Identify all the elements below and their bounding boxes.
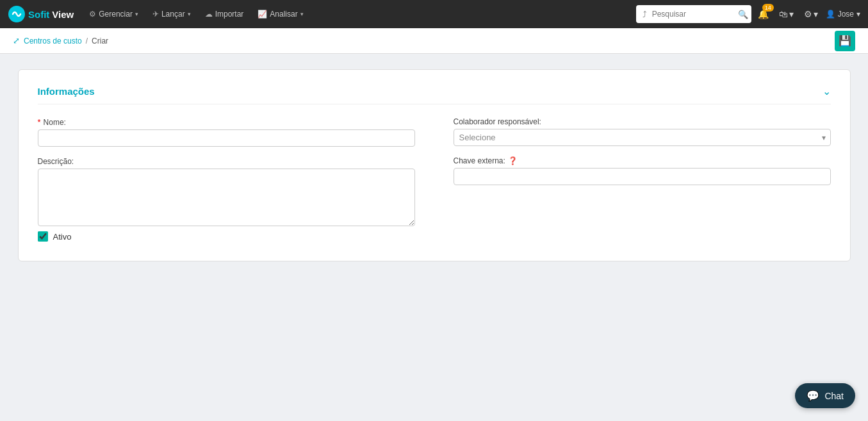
share-icon[interactable]: ⤴ <box>640 7 650 22</box>
brand-logo[interactable]: Sofit View <box>8 5 74 23</box>
chave-externa-label: Chave externa: ❓ <box>454 156 831 165</box>
descricao-input[interactable] <box>38 169 415 226</box>
nav-analisar-label: Analisar <box>270 10 297 19</box>
nome-required: * <box>38 117 41 127</box>
breadcrumb-parent-link[interactable]: Centros de custo <box>24 37 82 45</box>
importar-icon: ☁ <box>205 10 213 19</box>
colaborador-select[interactable]: Selecione <box>454 129 831 146</box>
search-box: ⤴ 🔍 <box>636 5 751 23</box>
section-header: Informações ⌄ <box>38 85 831 104</box>
gerenciar-caret: ▾ <box>135 11 138 17</box>
nav-lancar-label: Lançar <box>161 10 185 19</box>
lancar-icon: ✈ <box>152 10 159 19</box>
analisar-caret: ▾ <box>300 11 304 17</box>
form-card: Informações ⌄ * Nome: Desc <box>18 69 851 261</box>
colaborador-label-text: Colaborador responsável: <box>454 117 541 126</box>
breadcrumb-current: Criar <box>92 37 108 45</box>
right-column: Colaborador responsável: Selecione ▾ Cha… <box>454 117 831 242</box>
navbar-right: 🔔 14 🛍 ▾ ⚙ ▾ 👤 Jose ▾ <box>755 6 860 22</box>
brand-view-text: View <box>52 9 74 20</box>
nome-label: * Nome: <box>38 117 415 127</box>
colaborador-select-wrapper: Selecione ▾ <box>454 129 831 146</box>
settings-button[interactable]: ⚙ ▾ <box>801 6 821 22</box>
brand-icon <box>8 5 26 23</box>
user-icon: 👤 <box>826 10 835 19</box>
nav-gerenciar-label: Gerenciar <box>99 10 133 19</box>
nav-analisar[interactable]: 📈 Analisar ▾ <box>252 6 308 22</box>
main-content: Informações ⌄ * Nome: Desc <box>0 54 868 277</box>
chat-label: Chat <box>824 391 844 401</box>
chave-externa-label-text: Chave externa: <box>454 156 505 165</box>
cart-caret: ▾ <box>789 9 794 19</box>
ativo-group: Ativo <box>38 231 415 242</box>
nav-lancar[interactable]: ✈ Lançar ▾ <box>147 6 196 22</box>
brand-sofit-text: Sofit <box>28 9 49 20</box>
breadcrumb-separator: / <box>86 37 88 45</box>
ativo-label: Ativo <box>53 232 72 242</box>
save-icon: 💾 <box>839 35 851 47</box>
notifications-badge: 14 <box>762 4 774 12</box>
colaborador-group: Colaborador responsável: Selecione ▾ <box>454 117 831 146</box>
save-button[interactable]: 💾 <box>835 31 855 51</box>
notifications-button[interactable]: 🔔 14 <box>755 6 771 22</box>
descricao-group: Descrição: <box>38 157 415 226</box>
breadcrumb-icon: ⤢ <box>13 36 20 45</box>
cart-button[interactable]: 🛍 ▾ <box>776 6 796 22</box>
user-name: Jose <box>838 10 854 19</box>
chave-externa-help-icon[interactable]: ❓ <box>508 156 518 165</box>
nav-importar[interactable]: ☁ Importar <box>200 6 249 22</box>
form-grid: * Nome: Descrição: Ativo <box>38 117 831 242</box>
lancar-caret: ▾ <box>188 11 191 17</box>
search-button[interactable]: 🔍 <box>738 10 748 19</box>
search-input[interactable] <box>652 10 735 19</box>
nome-input[interactable] <box>38 129 415 147</box>
user-caret: ▾ <box>856 10 860 19</box>
collapse-section-button[interactable]: ⌄ <box>823 85 831 97</box>
chave-externa-input[interactable] <box>454 168 831 185</box>
gerenciar-icon: ⚙ <box>89 10 96 19</box>
nome-group: * Nome: <box>38 117 415 147</box>
chave-externa-group: Chave externa: ❓ <box>454 156 831 185</box>
settings-caret: ▾ <box>814 9 818 19</box>
nav-gerenciar[interactable]: ⚙ Gerenciar ▾ <box>84 6 143 22</box>
colaborador-label: Colaborador responsável: <box>454 117 831 126</box>
navbar: Sofit View ⚙ Gerenciar ▾ ✈ Lançar ▾ ☁ Im… <box>0 0 868 28</box>
left-column: * Nome: Descrição: Ativo <box>38 117 415 242</box>
breadcrumb: ⤢ Centros de custo / Criar <box>13 36 108 45</box>
user-menu[interactable]: 👤 Jose ▾ <box>826 10 860 19</box>
chat-icon: 💬 <box>807 390 819 402</box>
nav-importar-label: Importar <box>215 10 244 19</box>
chat-button[interactable]: 💬 Chat <box>795 383 855 408</box>
section-title: Informações <box>38 86 95 97</box>
breadcrumb-bar: ⤢ Centros de custo / Criar 💾 <box>0 28 868 54</box>
nome-label-text: Nome: <box>44 118 66 127</box>
descricao-label-text: Descrição: <box>38 157 74 166</box>
analisar-icon: 📈 <box>258 10 267 19</box>
descricao-label: Descrição: <box>38 157 415 166</box>
chevron-down-icon: ⌄ <box>823 86 831 97</box>
ativo-checkbox[interactable] <box>38 231 48 242</box>
